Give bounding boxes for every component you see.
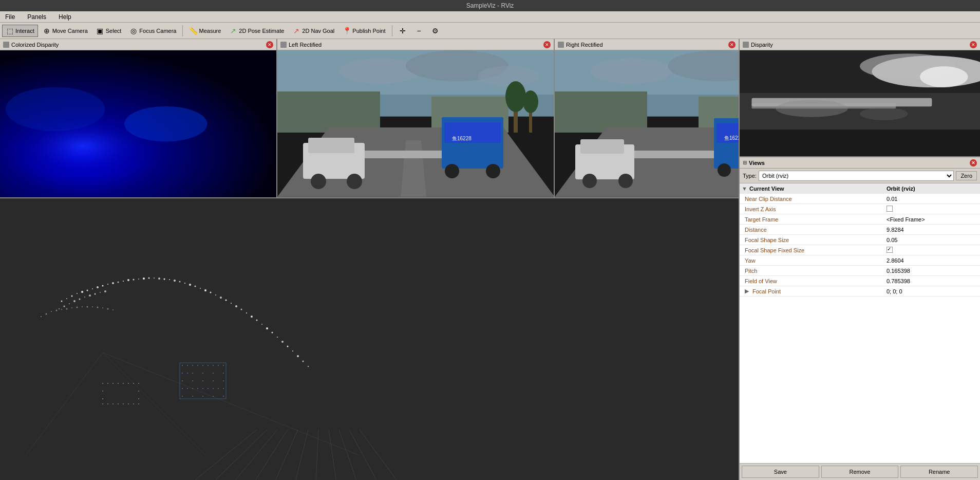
prop-focal-point[interactable]: ▶ Focal Point 0; 0; 0 — [740, 286, 980, 297]
svg-point-212 — [920, 66, 968, 87]
svg-point-149 — [223, 380, 224, 381]
svg-point-107 — [251, 316, 253, 318]
svg-point-178 — [112, 403, 114, 404]
svg-point-182 — [133, 403, 134, 404]
svg-point-105 — [241, 309, 242, 310]
prop-focal-fixed-value[interactable] — [887, 247, 979, 254]
prop-distance-value[interactable]: 9.8284 — [887, 227, 979, 233]
prop-invert-z[interactable]: Invert Z Axis — [740, 204, 980, 214]
views-close[interactable]: ✕ — [970, 159, 977, 167]
panel-disparity-close[interactable]: ✕ — [970, 41, 977, 48]
prop-focal-shape-size[interactable]: Focal Shape Size 0.05 — [740, 235, 980, 245]
panel-colorized-disparity-close[interactable]: ✕ — [266, 41, 273, 48]
panel-right-rectified-close[interactable]: ✕ — [728, 41, 736, 48]
views-remove-button[interactable]: Remove — [821, 466, 899, 478]
panel-views: ⊞ Views ✕ Type: Orbit (rviz) Zero ▼ — [740, 157, 980, 480]
views-zero-button[interactable]: Zero — [956, 171, 977, 180]
prop-invert-z-value[interactable] — [887, 206, 979, 213]
current-view-row[interactable]: ▼ Current View Orbit (rviz) — [740, 183, 980, 194]
svg-point-92 — [174, 280, 176, 282]
toolbar-remove[interactable]: − — [411, 25, 427, 37]
toolbar-select[interactable]: ▣ Select — [92, 25, 125, 37]
prop-yaw-value[interactable]: 2.8604 — [887, 257, 979, 264]
toolbar-move-camera[interactable]: ⊕ Move Camera — [39, 25, 91, 37]
svg-point-154 — [202, 388, 203, 389]
prop-distance[interactable]: Distance 9.8284 — [740, 225, 980, 235]
toolbar-2d-pose[interactable]: ↗ 2D Pose Estimate — [225, 25, 288, 37]
svg-rect-51 — [0, 198, 739, 480]
svg-point-130 — [182, 365, 183, 366]
svg-point-140 — [187, 373, 188, 374]
prop-target-frame-value[interactable]: <Fixed Frame> — [887, 216, 979, 223]
views-rename-button[interactable]: Rename — [900, 466, 978, 478]
panel-colorized-disparity-content[interactable] — [0, 50, 276, 197]
menu-panels[interactable]: Panels — [24, 12, 49, 22]
svg-point-124 — [84, 297, 85, 298]
panel-right-rectified-title-area: Right Rectified — [558, 42, 603, 48]
toolbar-settings[interactable]: ⚙ — [428, 25, 443, 37]
toolbar-publish-point[interactable]: 📍 Publish Point — [339, 25, 389, 37]
views-save-button[interactable]: Save — [742, 466, 819, 478]
panel-colorized-disparity: Colorized Disparity ✕ — [0, 39, 277, 197]
toolbar-2d-nav[interactable]: ↗ 2D Nav Goal — [289, 25, 338, 37]
prop-pitch-value[interactable]: 0.165398 — [887, 268, 979, 274]
svg-point-72 — [71, 296, 73, 297]
prop-yaw[interactable]: Yaw 2.8604 — [740, 255, 980, 266]
svg-point-127 — [100, 292, 101, 293]
prop-fov[interactable]: Field of View 0.785398 — [740, 276, 980, 286]
invert-z-checkbox[interactable] — [887, 206, 893, 212]
menu-help[interactable]: Help — [55, 12, 74, 22]
panel-right-rectified-content[interactable]: 鱼16228 — [555, 50, 739, 197]
views-type-select[interactable]: Orbit (rviz) — [759, 171, 954, 181]
prop-focal-fixed[interactable]: Focal Shape Fixed Size — [740, 245, 980, 255]
svg-rect-209 — [740, 130, 980, 157]
focal-point-expand[interactable]: ▶ — [745, 288, 751, 294]
prop-near-clip[interactable]: Near Clip Distance 0.01 — [740, 194, 980, 204]
panel-colorized-disparity-header: Colorized Disparity ✕ — [0, 39, 276, 50]
svg-point-122 — [73, 300, 76, 302]
svg-point-18 — [347, 174, 362, 189]
menu-file[interactable]: File — [2, 12, 18, 22]
svg-point-84 — [133, 279, 135, 281]
svg-rect-33 — [555, 91, 647, 133]
toolbar-interact[interactable]: ⬚ Interact — [2, 25, 38, 37]
prop-target-frame[interactable]: Target Frame <Fixed Frame> — [740, 214, 980, 225]
panel-left-rectified-close[interactable]: ✕ — [543, 41, 551, 48]
svg-point-120 — [64, 306, 65, 307]
svg-point-147 — [202, 380, 203, 381]
svg-point-94 — [184, 283, 185, 284]
prop-near-clip-value[interactable]: 0.01 — [887, 196, 979, 202]
svg-point-104 — [235, 305, 237, 307]
panel-left-rectified-title: Left Rectified — [289, 42, 322, 48]
svg-point-183 — [138, 403, 139, 404]
svg-point-175 — [138, 398, 139, 399]
focal-fixed-checkbox[interactable] — [887, 247, 893, 253]
svg-point-97 — [200, 288, 201, 289]
panel-disparity-content[interactable] — [740, 50, 980, 156]
prop-focal-point-value[interactable]: 0; 0; 0 — [887, 288, 979, 294]
prop-invert-z-name: Invert Z Axis — [741, 206, 887, 212]
toolbar-add[interactable]: ✛ — [395, 25, 410, 37]
prop-fov-value[interactable]: 0.785398 — [887, 278, 979, 284]
svg-point-137 — [218, 365, 219, 366]
prop-focal-shape-size-value[interactable]: 0.05 — [887, 237, 979, 243]
svg-point-164 — [102, 383, 103, 384]
svg-marker-11 — [277, 197, 554, 197]
svg-point-80 — [112, 282, 114, 284]
svg-point-145 — [182, 380, 183, 381]
svg-point-119 — [59, 308, 60, 309]
toolbar-measure[interactable]: 📏 Measure — [185, 25, 224, 37]
svg-point-118 — [308, 366, 309, 367]
panel-right-rectified-title: Right Rectified — [566, 42, 603, 48]
svg-point-139 — [182, 373, 183, 374]
current-view-expand[interactable]: ▼ — [742, 186, 748, 192]
svg-point-156 — [213, 388, 214, 389]
prop-pitch[interactable]: Pitch 0.165398 — [740, 266, 980, 276]
panel-disparity-icon — [743, 42, 749, 48]
panel-cam-icon — [3, 42, 9, 48]
panel-disparity-title-area: Disparity — [743, 42, 773, 48]
panel-3d-content[interactable] — [0, 198, 739, 480]
toolbar-focus-camera[interactable]: ◎ Focus Camera — [126, 25, 180, 37]
svg-point-93 — [179, 281, 181, 283]
panel-left-rectified-content[interactable]: 鱼16228 — [277, 50, 554, 197]
